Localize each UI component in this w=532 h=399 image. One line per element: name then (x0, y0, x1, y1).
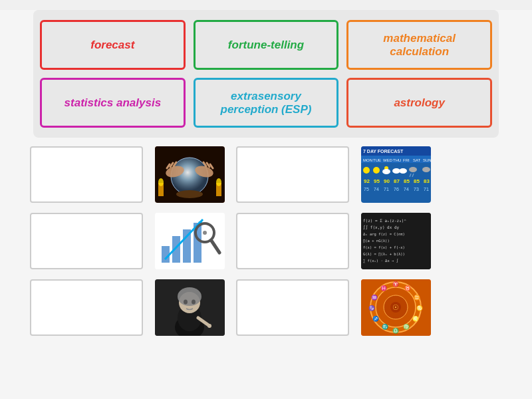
label-astrology[interactable]: astrology (346, 78, 492, 128)
svg-text:75: 75 (364, 187, 369, 192)
svg-text:SUN: SUN (423, 158, 431, 162)
svg-text:THU: THU (393, 158, 401, 162)
drop-zone-6[interactable] (236, 279, 349, 336)
svg-text:♐: ♐ (372, 315, 379, 322)
svg-text:♑: ♑ (368, 305, 375, 311)
svg-text:74: 74 (404, 187, 409, 192)
svg-point-74 (192, 299, 196, 304)
svg-text:71: 71 (424, 187, 429, 192)
svg-text:92: 92 (364, 178, 370, 184)
svg-text:85: 85 (414, 178, 420, 184)
drop-zone-1[interactable] (30, 146, 143, 203)
drop-zone-2[interactable] (236, 146, 349, 203)
svg-text:71: 71 (384, 187, 389, 192)
svg-point-26 (363, 167, 370, 174)
svg-text:G(λ) = ∏(λₙ + b(λ)): G(λ) = ∏(λₙ + b(λ)) (363, 252, 405, 257)
svg-point-27 (373, 167, 380, 174)
svg-text:∑ f(xₙ) · Δx → ∫: ∑ f(xₙ) · Δx → ∫ (363, 259, 398, 263)
svg-point-14 (176, 190, 203, 198)
image-mystic-person (155, 279, 225, 336)
svg-text:WED: WED (383, 158, 393, 162)
image-statistics (155, 213, 225, 269)
drop-zone-4[interactable] (236, 213, 349, 269)
svg-text:♍: ♍ (403, 323, 410, 330)
svg-point-31 (399, 168, 407, 174)
svg-text:∏(a + nG(λ)): ∏(a + nG(λ)) (363, 239, 390, 243)
svg-text:TUE: TUE (373, 158, 381, 162)
svg-text:♊: ♊ (414, 294, 420, 301)
svg-text:♎: ♎ (392, 327, 399, 334)
label-esp[interactable]: extrasensory perception (ESP) (194, 78, 339, 128)
svg-point-76 (207, 324, 211, 328)
main-container: forecast fortune-telling mathematical ca… (0, 10, 532, 399)
svg-text:74: 74 (374, 187, 379, 192)
svg-text:FRI: FRI (403, 158, 410, 162)
image-astrology: ♈ ♉ ♊ ♋ ♌ ♍ ♎ ♏ ♐ ♑ ♒ ♓ ☉ (361, 279, 431, 336)
svg-text:f(x) = f(x) + f(-x): f(x) = f(x) + f(-x) (363, 245, 405, 249)
svg-text:87: 87 (394, 178, 400, 184)
image-fortune-teller (155, 146, 225, 203)
svg-text:∫∫ f(x,y) dx dy: ∫∫ f(x,y) dx dy (363, 225, 400, 230)
svg-point-4 (216, 178, 221, 186)
svg-text:MON: MON (363, 158, 372, 162)
drop-zone-3[interactable] (30, 213, 143, 269)
svg-text:♈: ♈ (392, 281, 399, 287)
label-forecast[interactable]: forecast (40, 20, 186, 70)
svg-text:f(z) = Σ aₙ(z-z₀)ⁿ: f(z) = Σ aₙ(z-z₀)ⁿ (363, 218, 406, 223)
svg-text:85: 85 (404, 178, 410, 184)
svg-text:♓: ♓ (380, 285, 387, 291)
svg-text:♒: ♒ (371, 294, 378, 301)
labels-section: forecast fortune-telling mathematical ca… (33, 10, 499, 138)
svg-text:♏: ♏ (382, 323, 388, 330)
svg-point-32 (409, 167, 417, 172)
svg-text:♋: ♋ (416, 305, 423, 311)
svg-text:♉: ♉ (404, 285, 411, 291)
svg-text:90: 90 (384, 178, 390, 184)
drop-zone-5[interactable] (30, 279, 143, 336)
svg-text:83: 83 (424, 178, 430, 184)
svg-text:95: 95 (374, 178, 380, 184)
svg-text:SAT: SAT (413, 158, 421, 162)
svg-text:7 DAY FORECAST: 7 DAY FORECAST (363, 149, 404, 154)
image-math: f(z) = Σ aₙ(z-z₀)ⁿ ∫∫ f(x,y) dx dy Δₙ ar… (361, 213, 431, 269)
matching-grid: 7 DAY FORECAST MON TUE WED THU FRI SAT S… (27, 144, 505, 337)
svg-text:♌: ♌ (412, 315, 419, 322)
svg-point-35 (422, 167, 430, 172)
svg-point-59 (203, 231, 207, 235)
svg-text:☉: ☉ (392, 303, 399, 311)
label-mathematical-calculation[interactable]: mathematical calculation (346, 20, 492, 70)
svg-text:76: 76 (394, 187, 399, 192)
svg-point-73 (184, 299, 188, 304)
svg-point-3 (158, 178, 164, 186)
label-fortune-telling[interactable]: fortune-telling (194, 20, 339, 70)
svg-text:73: 73 (414, 187, 419, 192)
svg-point-29 (382, 169, 390, 174)
label-statistics-analysis[interactable]: statistics analysis (40, 78, 186, 128)
image-forecast: 7 DAY FORECAST MON TUE WED THU FRI SAT S… (361, 146, 431, 203)
svg-text:Δₙ arg f(z) = C(nπ): Δₙ arg f(z) = C(nπ) (363, 232, 405, 237)
svg-point-72 (178, 287, 201, 306)
